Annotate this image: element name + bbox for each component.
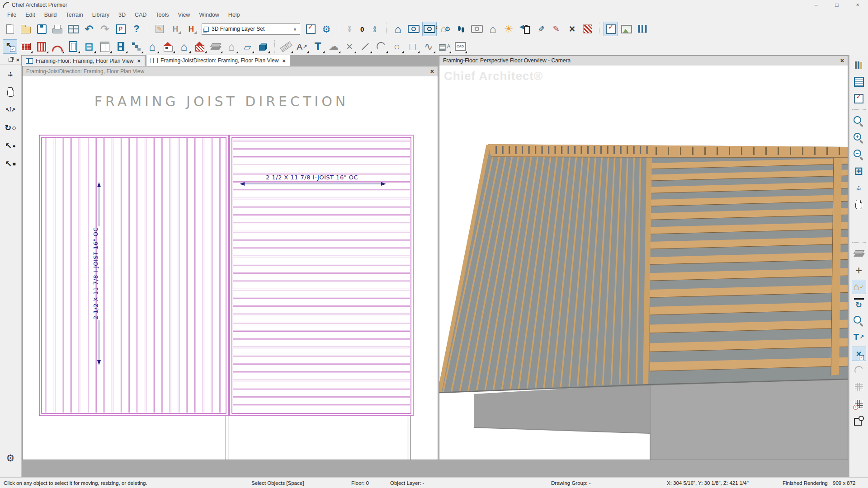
polyline-cloud-icon[interactable]: ☁	[326, 39, 341, 54]
floor-overview-icon[interactable]: ↕	[422, 22, 437, 36]
help-icon[interactable]: ?	[129, 22, 144, 36]
object-snaps-icon[interactable]: ×✓	[852, 347, 866, 361]
display-options-icon[interactable]	[303, 22, 318, 36]
menu-window[interactable]: Window	[194, 11, 223, 19]
tab-framing-floor[interactable]: Framing-Floor: Framing, Floor Plan View×	[21, 55, 145, 66]
move-tool-icon[interactable]: ↑↖↗	[3, 103, 18, 117]
menu-view[interactable]: View	[174, 11, 195, 19]
save-plan-icon[interactable]	[34, 22, 49, 36]
grid-display-icon[interactable]	[852, 380, 866, 394]
edit-handles-icon[interactable]	[852, 413, 866, 428]
curved-wall-icon[interactable]	[50, 39, 65, 54]
new-plan-icon[interactable]	[3, 22, 17, 36]
cross-section-icon[interactable]: ▤A	[437, 39, 452, 54]
tab-framing-joistdirection[interactable]: Framing-JoistDirection: Framing, Floor P…	[146, 55, 290, 66]
camera-options-icon[interactable]: ⌂✓	[852, 280, 866, 294]
fill-window-icon[interactable]: ⊞	[852, 164, 866, 178]
angle-snaps-icon[interactable]	[852, 363, 866, 378]
active-layer-options-icon[interactable]	[852, 91, 866, 106]
menu-file[interactable]: File	[3, 11, 21, 19]
text-arrow-icon[interactable]: A↗	[295, 39, 309, 54]
plan-check-icon[interactable]: P	[113, 22, 128, 36]
menu-library[interactable]: Library	[88, 11, 114, 19]
pan-view-icon[interactable]: ↔↕	[3, 66, 18, 81]
railing-icon[interactable]	[34, 39, 49, 54]
camera-canvas[interactable]: Chief Architect®	[439, 66, 848, 460]
full-overview-icon[interactable]: ⌂	[391, 22, 405, 36]
delete-tool-icon[interactable]: ×	[565, 22, 579, 36]
menu-tools[interactable]: Tools	[151, 11, 173, 19]
save-all-views-icon[interactable]: H	[184, 22, 198, 36]
cross-marker-icon[interactable]: ×	[342, 39, 357, 54]
edit-view-icon[interactable]: ✎	[152, 22, 167, 36]
camera-window-titlebar[interactable]: Framing-Floor: Perspective Floor Overvie…	[439, 56, 848, 66]
cad-detail-icon[interactable]: CAD	[453, 39, 467, 54]
dock-close-icon[interactable]: ×	[16, 56, 19, 63]
print-preview-icon[interactable]	[66, 22, 80, 36]
select-move-icon[interactable]: ↖●	[3, 139, 18, 153]
plan-window-titlebar[interactable]: Framing-JoistDirection: Framing, Floor P…	[23, 66, 438, 77]
dormer-icon[interactable]: ⌂	[177, 39, 191, 54]
select-3d-icon[interactable]: ↖■	[3, 157, 18, 171]
floor-up-icon[interactable]: ∨∨	[368, 22, 382, 36]
library-browser-icon[interactable]	[852, 58, 866, 72]
fixture-icon[interactable]	[113, 39, 128, 54]
close-button[interactable]: ×	[847, 0, 868, 10]
settings-wrench-icon[interactable]: ⚙	[319, 22, 334, 36]
crosshair-icon[interactable]: +	[852, 263, 866, 277]
menu-3d[interactable]: 3D	[114, 11, 130, 19]
stairs-icon[interactable]	[129, 39, 144, 54]
camera-window-close-icon[interactable]: ×	[840, 57, 844, 64]
cabinet-icon[interactable]	[98, 39, 112, 54]
save-view-icon[interactable]: H	[168, 22, 183, 36]
framing-overview-icon[interactable]: ⌂⚙	[438, 22, 453, 36]
dollhouse-view-icon[interactable]: ⌂	[486, 22, 500, 36]
adjust-lights-icon[interactable]: ☀	[501, 22, 516, 36]
expand-view-icon[interactable]: ↔↕	[852, 180, 866, 195]
view-display-toggle-icon[interactable]	[604, 22, 618, 36]
arc-icon[interactable]	[374, 39, 388, 54]
straight-wall-icon[interactable]	[19, 39, 33, 54]
material-painter-icon[interactable]: ✎	[549, 22, 563, 36]
roof-tools-icon[interactable]: ⌂	[224, 39, 239, 54]
dock-float-icon[interactable]	[9, 58, 13, 62]
rebuild-hatch-icon[interactable]	[580, 22, 595, 36]
primitives-cube-icon[interactable]	[256, 39, 270, 54]
layout-page-icon[interactable]	[635, 22, 650, 36]
pan-window-icon[interactable]	[852, 197, 866, 211]
plan-canvas[interactable]: FRAMING JOIST DIRECTION2 1/2 X 11 7/8 I-…	[23, 76, 438, 460]
door-icon[interactable]	[66, 39, 80, 54]
tab-close-icon[interactable]: ×	[282, 57, 286, 64]
eyedropper-icon[interactable]: ✎	[533, 22, 547, 36]
platform-icon[interactable]: ▱	[240, 39, 255, 54]
final-view-icon[interactable]	[470, 22, 484, 36]
zoom-out-icon[interactable]: −	[852, 147, 866, 161]
redo-icon[interactable]: ↷	[98, 22, 112, 36]
open-plan-icon[interactable]	[19, 22, 33, 36]
print-icon[interactable]	[50, 22, 65, 36]
layer-set-select[interactable]: 3D Framing Layer Set∨	[202, 23, 300, 35]
preview-pane-icon[interactable]	[852, 313, 866, 328]
tab-close-icon[interactable]: ×	[137, 57, 141, 64]
menu-terrain[interactable]: Terrain	[61, 11, 88, 19]
spline-icon[interactable]: ∿	[421, 39, 436, 54]
line-icon[interactable]	[358, 39, 373, 54]
zoom-in-icon[interactable]: +	[852, 130, 866, 145]
roof-planes-icon[interactable]	[208, 39, 223, 54]
text-icon[interactable]: T	[311, 39, 325, 54]
walkthrough-icon[interactable]	[454, 22, 468, 36]
settings-gear-icon[interactable]: ⚙	[0, 453, 21, 464]
floor-tools-icon[interactable]	[161, 39, 175, 54]
plan-window-close-icon[interactable]: ×	[430, 68, 434, 75]
menu-build[interactable]: Build	[40, 11, 61, 19]
menu-edit[interactable]: Edit	[21, 11, 40, 19]
project-browser-icon[interactable]	[852, 75, 866, 89]
window-icon[interactable]: ⊟	[82, 39, 96, 54]
full-camera-icon[interactable]	[406, 22, 421, 36]
hand-tool-icon[interactable]	[3, 84, 18, 99]
picture-file-icon[interactable]	[619, 22, 634, 36]
spray-tool-icon[interactable]	[517, 22, 532, 36]
rotate-tool-icon[interactable]: ↻◇	[3, 121, 18, 135]
build-house-icon[interactable]: ⌂	[145, 39, 160, 54]
menu-help[interactable]: Help	[224, 11, 245, 19]
